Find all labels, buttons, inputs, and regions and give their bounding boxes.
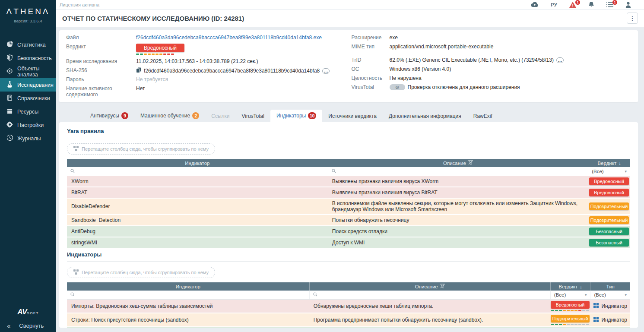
- task-list-icon[interactable]: 1: [606, 2, 613, 7]
- field-label: VirusTotal: [352, 84, 390, 90]
- os-value: Windows x86 (Version 4.0): [390, 66, 451, 72]
- tab-links: Ссылки: [205, 111, 235, 122]
- info-row-os: ОС Windows x86 (Version 4.0): [352, 66, 631, 74]
- warning-badge: 1: [575, 0, 580, 5]
- history-icon: [6, 135, 13, 142]
- indicator-cell: DisableDefender: [67, 202, 328, 211]
- description-cell: Обнаружены вредоносные хеши таблиц импор…: [309, 301, 550, 311]
- yara-description-filter[interactable]: [328, 167, 588, 176]
- sha256-more-button[interactable]: …: [322, 68, 330, 74]
- indicator-row-imports-hash[interactable]: Импорты: Вредоносная хеш-сумма таблицы з…: [67, 300, 630, 313]
- sidebar-item-security[interactable]: Безопасность: [0, 51, 56, 65]
- indicators-indicator-filter[interactable]: [67, 291, 309, 299]
- sidebar-item-references[interactable]: Справочники: [0, 92, 56, 105]
- yara-verdict-filter-dropdown[interactable]: (Все)▾: [588, 167, 630, 176]
- verdict-chip: Вредоносный: [589, 189, 629, 196]
- tab-verdict-sources[interactable]: Источники вердикта: [322, 111, 383, 122]
- column-header-description[interactable]: Описание: [328, 159, 588, 167]
- file-link[interactable]: f26dcdf460a3da96cedebca9baccca6947bea8f8…: [136, 35, 322, 41]
- kebab-menu-button[interactable]: ⋮: [627, 13, 638, 24]
- group-icon: [73, 269, 79, 275]
- app-version: версия: 3.3.6.4: [0, 19, 56, 23]
- virustotal-disabled-toggle[interactable]: ⊘: [390, 84, 405, 90]
- tab-rawexif[interactable]: RawExif: [467, 111, 498, 122]
- book-icon: [6, 95, 13, 102]
- indicator-cell: XWorm: [67, 177, 328, 186]
- indicator-row-antivirus-strings[interactable]: Строки: Поиск антивирусных программ Прог…: [67, 327, 630, 328]
- info-row-mime: MIME тип application/vnd.microsoft.porta…: [352, 44, 631, 52]
- tab-indicators[interactable]: Индикаторы10: [270, 110, 322, 122]
- description-cell: Доступ к WMI: [328, 238, 588, 247]
- indicators-description-filter[interactable]: [309, 291, 550, 299]
- trid-value: 62.0% (.EXE) Generic CIL Executable (.NE…: [390, 57, 554, 63]
- bell-icon[interactable]: [588, 1, 594, 8]
- trid-more-button[interactable]: …: [556, 57, 564, 63]
- column-header-verdict[interactable]: Вердикт↓: [550, 282, 590, 291]
- description-cell: Выявлены признаки наличия вируса BitRAT: [328, 188, 588, 197]
- verdict-chip: Подозрительный: [551, 315, 590, 323]
- tab-additional-info[interactable]: Дополнительная информация: [383, 111, 467, 122]
- tab-virustotal[interactable]: VirusTotal: [235, 111, 270, 122]
- yara-row-stringswmi[interactable]: stringsWMI Доступ к WMI Безопасный: [67, 237, 630, 249]
- sidebar-item-label: Безопасность: [17, 55, 52, 61]
- tab-badge: 2: [192, 112, 199, 119]
- column-header-indicator[interactable]: Индикатор: [67, 282, 309, 291]
- user-profile-icon[interactable]: [625, 2, 631, 8]
- report-tabs: Антивирусы9 Машинное обучение2 Ссылки Vi…: [59, 110, 638, 122]
- yara-group-dropzone[interactable]: Перетащите столбец сюда, чтобы сгруппиро…: [67, 143, 215, 155]
- verdict-scale: [136, 54, 184, 55]
- column-header-verdict[interactable]: Вердикт↓: [588, 159, 630, 167]
- tab-badge: 9: [121, 112, 128, 119]
- extension-value: exe: [390, 35, 398, 41]
- sidebar-item-statistics[interactable]: Статистика: [0, 38, 56, 51]
- indicators-type-filter-dropdown[interactable]: (Все)▾: [590, 291, 630, 299]
- search-icon: [332, 168, 336, 174]
- field-label: Целостность: [352, 75, 390, 81]
- copy-icon[interactable]: [136, 67, 141, 74]
- indicator-row-sandbox-strings[interactable]: Строки: Поиск присутствия песочницы (san…: [67, 313, 630, 327]
- sidebar-item-investigations[interactable]: Исследования: [0, 78, 56, 92]
- sidebar-collapse-button[interactable]: « Свернуть: [0, 322, 56, 329]
- sidebar-item-label: Журналы: [17, 136, 41, 142]
- field-label: Наличие активного содержимого: [66, 85, 136, 98]
- warning-alerts-icon[interactable]: 1: [569, 2, 576, 8]
- yara-row-xworm[interactable]: XWorm Выявлены признаки наличия вируса X…: [67, 176, 630, 187]
- indicator-cell: BitRAT: [67, 188, 328, 197]
- grid-icon: [593, 317, 599, 323]
- language-switcher[interactable]: РУ: [551, 2, 557, 7]
- mime-value: application/vnd.microsoft.portable-execu…: [390, 44, 494, 50]
- tab-machine-learning[interactable]: Машинное обучение2: [134, 110, 205, 122]
- yara-row-antidebug[interactable]: AntiDebug Поиск средств отладки Безопасн…: [67, 226, 630, 237]
- tab-antiviruses[interactable]: Антивирусы9: [84, 110, 134, 122]
- sidebar-item-journals[interactable]: Журналы: [0, 132, 56, 145]
- info-row-trid: TrID 62.0% (.EXE) Generic CIL Executable…: [352, 57, 631, 65]
- filter-off-icon: [468, 160, 473, 166]
- indicators-group-dropzone[interactable]: Перетащите столбец сюда, чтобы сгруппиро…: [67, 267, 215, 278]
- sidebar-item-settings[interactable]: Настройки: [0, 118, 56, 132]
- yara-description-filter-input: [338, 169, 584, 174]
- field-label: Файл: [66, 35, 136, 41]
- column-header-type[interactable]: Тип: [590, 282, 630, 291]
- sidebar-item-resources[interactable]: Ресурсы: [0, 105, 56, 118]
- cloud-upload-icon[interactable]: [531, 2, 539, 7]
- indicators-table: Индикатор Описание Вердикт↓ Тип (Все)▾ (…: [67, 282, 630, 328]
- search-icon: [70, 168, 75, 174]
- sidebar-item-analysis-objects[interactable]: Объекты анализа: [0, 65, 56, 78]
- app-logo-text: ΛTHENΛ: [0, 7, 56, 16]
- yara-indicator-filter[interactable]: [67, 167, 328, 176]
- indicators-verdict-filter-dropdown[interactable]: (Все)▾: [550, 291, 590, 299]
- column-header-description[interactable]: Описание: [309, 282, 550, 291]
- yara-row-disabledefender[interactable]: DisableDefender В исполняемом файле выяв…: [67, 199, 630, 215]
- type-cell: Индикатор: [590, 301, 630, 311]
- yara-row-bitrat[interactable]: BitRAT Выявлены признаки наличия вируса …: [67, 187, 630, 199]
- yara-row-sandboxie[interactable]: Sandboxie_Detection Попытки обнаружить п…: [67, 215, 630, 226]
- verdict-chip: Подозрительный: [589, 216, 629, 224]
- search-icon: [70, 292, 75, 298]
- integrity-value: Не нарушена: [390, 75, 422, 81]
- verdict-chip: Подозрительный: [589, 202, 629, 210]
- indicators-section-heading: Индикаторы: [67, 251, 630, 262]
- info-row-active-content: Наличие активного содержимого Нет: [66, 85, 352, 98]
- field-label: Вердикт: [66, 44, 136, 50]
- yara-table-header: Индикатор Описание Вердикт↓: [67, 159, 630, 167]
- column-header-indicator[interactable]: Индикатор: [67, 159, 328, 167]
